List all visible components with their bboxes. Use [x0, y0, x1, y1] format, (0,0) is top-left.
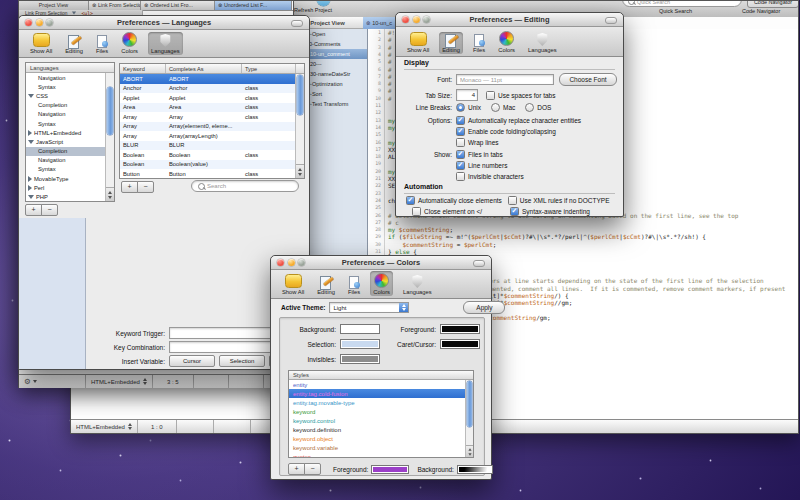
add-style-button[interactable]: +	[288, 463, 305, 475]
use-spaces-checkbox[interactable]	[486, 91, 495, 100]
language-item-movabletype[interactable]: MovableType	[26, 174, 106, 183]
w1-tab-2[interactable]: ⊗ Ordered List Fro...	[141, 1, 215, 10]
wrap-lines-checkbox[interactable]	[456, 138, 465, 147]
toolbar-item-langs[interactable]: Languages	[148, 32, 183, 55]
toolbar-item-showall[interactable]: Show All	[279, 272, 307, 296]
style-foreground-swatch[interactable]	[371, 465, 409, 474]
keyword-table-scrollbar[interactable]	[295, 74, 304, 178]
code-folding-checkbox[interactable]	[456, 127, 465, 136]
insert-variable-cursor-button[interactable]: Cursor	[169, 355, 215, 367]
w1-language-popup[interactable]: HTML+Embedded	[86, 375, 153, 388]
language-item-php[interactable]: PHP	[26, 192, 106, 201]
dos-radio[interactable]	[525, 103, 534, 112]
disclosure-closed-icon[interactable]	[28, 176, 32, 182]
editing-window-titlebar[interactable]: Preferences — Editing	[396, 13, 623, 27]
toolbar-toggle-button[interactable]	[473, 260, 485, 267]
disclosure-open-icon[interactable]	[28, 195, 34, 199]
toolbar-item-showall[interactable]: Show All	[27, 31, 55, 55]
language-item-javascript[interactable]: JavaScript	[26, 137, 106, 146]
selection-swatch[interactable]	[340, 339, 380, 349]
toolbar-item-editing[interactable]: Editing	[314, 274, 338, 296]
disclosure-open-icon[interactable]	[28, 94, 34, 98]
keyword-row-5[interactable]: ArrayArray(element0, eleme...	[120, 122, 296, 132]
remove-language-button[interactable]: −	[41, 204, 58, 216]
remove-style-button[interactable]: −	[304, 463, 321, 475]
xml-rules-checkbox[interactable]	[508, 196, 517, 205]
invisibles-swatch[interactable]	[340, 354, 380, 364]
column-header-completes-as[interactable]: Completes As	[166, 64, 242, 73]
language-item-syntax[interactable]: Syntax	[26, 119, 106, 128]
style-item-entity.tag.movable-type[interactable]: entity.tag.movable-type	[289, 398, 466, 407]
tab-size-input[interactable]: 4	[456, 89, 478, 101]
w1-sidebar-header[interactable]: Project View	[19, 1, 89, 10]
disclosure-open-icon[interactable]	[28, 140, 34, 144]
toolbar-toggle-button[interactable]	[291, 20, 303, 27]
toolbar-item-colors[interactable]: Colors	[495, 29, 518, 54]
minimize-button[interactable]	[413, 16, 420, 23]
code-navigator-button[interactable]: Code Navigator	[747, 1, 798, 8]
w1-tab-1[interactable]: ⊗ Link From Selection	[89, 1, 141, 10]
auto-close-elements-checkbox[interactable]	[406, 196, 415, 205]
keyword-table-header[interactable]: KeywordCompletes AsType	[120, 64, 304, 74]
apply-button[interactable]: Apply	[463, 301, 505, 314]
language-item-navigation[interactable]: Navigation	[26, 73, 106, 82]
style-background-swatch[interactable]	[457, 465, 493, 474]
close-button[interactable]	[402, 16, 409, 23]
toolbar-item-langs[interactable]: Languages	[400, 273, 435, 296]
close-button[interactable]	[25, 19, 32, 26]
zoom-button[interactable]	[423, 16, 430, 23]
style-item-keyword.control[interactable]: keyword.control	[289, 416, 466, 425]
keyword-row-9[interactable]: BooleanBoolean(value)	[120, 160, 296, 170]
scrollbar-arrows-icon[interactable]	[296, 164, 304, 178]
language-item-navigation[interactable]: Navigation	[26, 156, 106, 165]
unix-radio[interactable]	[456, 103, 465, 112]
active-theme-select[interactable]: Light	[329, 302, 409, 313]
invisible-characters-checkbox[interactable]	[456, 172, 465, 181]
add-keyword-button[interactable]: +	[121, 181, 138, 193]
style-item-quotes[interactable]: quotes	[289, 452, 466, 457]
disclosure-closed-icon[interactable]	[28, 130, 32, 136]
style-item-keyword[interactable]: keyword	[289, 407, 466, 416]
toolbar-toggle-button[interactable]	[605, 17, 617, 24]
keyword-row-2[interactable]: AppletAppletclass	[120, 93, 296, 103]
column-header-type[interactable]: Type	[242, 64, 296, 73]
line-numbers-checkbox[interactable]	[456, 161, 465, 170]
style-item-entity.tag.cold-fusion[interactable]: entity.tag.cold-fusion	[289, 389, 466, 398]
zoom-button[interactable]	[46, 19, 53, 26]
toolbar-item-files[interactable]: Files	[345, 274, 363, 296]
w2-language-popup[interactable]: HTML+Embedded	[71, 420, 138, 433]
keyword-row-4[interactable]: ArrayArrayclass	[120, 112, 296, 122]
style-item-keyword.object[interactable]: keyword.object	[289, 434, 466, 443]
column-header-keyword[interactable]: Keyword	[120, 64, 166, 73]
languages-list-header[interactable]: Languages	[26, 63, 114, 73]
language-item-navigation[interactable]: Navigation	[26, 110, 106, 119]
keyword-row-0[interactable]: ABORTABORT	[120, 74, 296, 84]
toolbar-item-langs[interactable]: Languages	[525, 31, 560, 54]
keyword-row-3[interactable]: AreaAreaclass	[120, 103, 296, 113]
keyword-row-1[interactable]: AnchorAnchorclass	[120, 84, 296, 94]
minimize-button[interactable]	[288, 259, 295, 266]
languages-list-scrollbar[interactable]	[105, 73, 114, 201]
remove-keyword-button[interactable]: −	[137, 181, 154, 193]
foreground-swatch[interactable]	[440, 324, 480, 334]
choose-font-button[interactable]: Choose Font	[559, 73, 617, 86]
replace-entities-checkbox[interactable]	[456, 116, 465, 125]
toolbar-item-colors[interactable]: Colors	[118, 30, 141, 55]
caret-cursor-swatch[interactable]	[440, 339, 480, 349]
files-in-tabs-checkbox[interactable]	[456, 150, 465, 159]
scrollbar-arrows-icon[interactable]	[466, 445, 473, 457]
toolbar-item-showall[interactable]: Show All	[404, 30, 432, 54]
refresh-project-button[interactable]: Refresh Project	[294, 7, 332, 13]
language-item-syntax[interactable]: Syntax	[26, 165, 106, 174]
keyword-search-input[interactable]: Search	[191, 180, 299, 192]
refresh-project-icon[interactable]	[317, 1, 330, 6]
style-item-keyword.variable[interactable]: keyword.variable	[289, 443, 466, 452]
language-item-html+embedded[interactable]: HTML+Embedded	[26, 128, 106, 137]
style-item-keyword.definition[interactable]: keyword.definition	[289, 425, 466, 434]
disclosure-closed-icon[interactable]	[28, 185, 32, 191]
zoom-button[interactable]	[298, 259, 305, 266]
quick-search-input[interactable]: Quick Search	[622, 1, 742, 7]
styles-list-header[interactable]: Styles	[289, 371, 473, 380]
languages-window-titlebar[interactable]: Preferences — Languages	[19, 16, 309, 30]
language-item-css[interactable]: CSS	[26, 91, 106, 100]
